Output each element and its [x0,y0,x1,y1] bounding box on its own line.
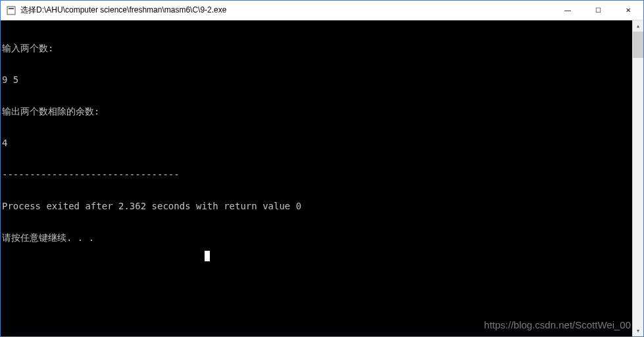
titlebar[interactable]: 选择D:\AHU\computer science\freshman\masm6… [1,1,643,20]
console-window: 选择D:\AHU\computer science\freshman\masm6… [0,0,644,337]
console-line: 9 5 [2,74,632,85]
scroll-down-button[interactable]: ▾ [633,325,643,336]
scroll-up-button[interactable]: ▴ [633,20,643,32]
window-title: 选择D:\AHU\computer science\freshman\masm6… [20,5,553,16]
console-line: 4 [2,138,632,148]
window-controls: — ☐ ✕ [553,1,643,20]
svg-rect-1 [9,8,14,9]
vertical-scrollbar[interactable]: ▴ ▾ [632,20,643,336]
scroll-thumb[interactable] [633,32,643,58]
console-line: Process exited after 2.362 seconds with … [2,201,632,211]
console-line: 输入两个数: [2,43,632,53]
console-line: 请按任意键继续. . . [2,232,632,243]
console-output[interactable]: 输入两个数: 9 5 输出两个数相除的余数: 4 ---------------… [1,20,632,336]
app-icon [6,5,16,16]
console-body: 输入两个数: 9 5 输出两个数相除的余数: 4 ---------------… [1,20,643,336]
console-line: 输出两个数相除的余数: [2,106,632,117]
svg-rect-0 [7,7,15,14]
maximize-button[interactable]: ☐ [583,1,613,20]
console-line: -------------------------------- [2,169,632,180]
minimize-button[interactable]: — [553,1,583,20]
text-cursor [205,251,210,261]
close-button[interactable]: ✕ [613,1,643,20]
